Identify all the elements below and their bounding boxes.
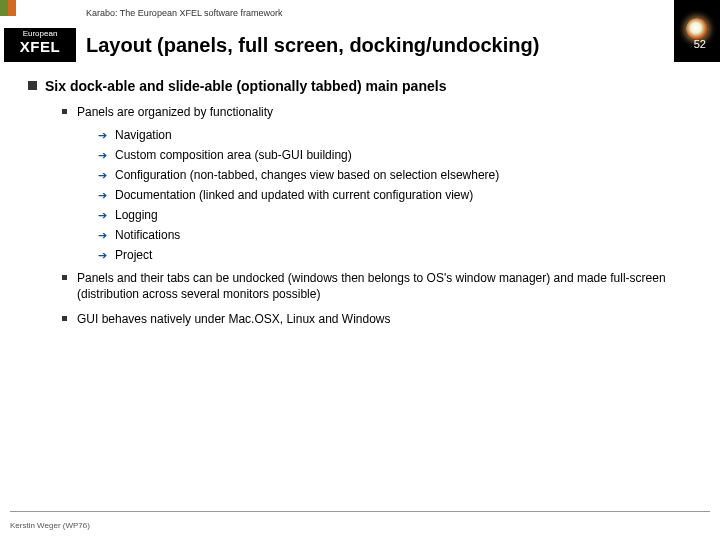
bullet-l3-text: Custom composition area (sub-GUI buildin…	[115, 148, 352, 162]
bullet-l2-text: Panels and their tabs can be undocked (w…	[77, 270, 692, 302]
slide-body: Six dock-able and slide-able (optionally…	[28, 78, 692, 500]
bullet-level3: ➔ Notifications	[98, 228, 692, 242]
logo-text: European XFEL	[4, 28, 76, 62]
bullet-level3: ➔ Custom composition area (sub-GUI build…	[98, 148, 692, 162]
bullet-level3: ➔ Navigation	[98, 128, 692, 142]
bullet-level3: ➔ Documentation (linked and updated with…	[98, 188, 692, 202]
arrow-bullet-icon: ➔	[98, 149, 107, 162]
square-bullet-icon	[62, 109, 67, 114]
bullet-l3-text: Notifications	[115, 228, 180, 242]
decorative-orb-icon	[674, 0, 720, 62]
square-bullet-icon	[62, 316, 67, 321]
bullet-level2: Panels and their tabs can be undocked (w…	[62, 270, 692, 302]
square-bullet-icon	[28, 81, 37, 90]
square-bullet-icon	[62, 275, 67, 280]
framework-tag: Karabo: The European XFEL software frame…	[86, 8, 283, 18]
bullet-level1: Six dock-able and slide-able (optionally…	[28, 78, 692, 94]
bullet-level2: Panels are organized by functionality	[62, 104, 692, 120]
bullet-level3: ➔ Project	[98, 248, 692, 262]
bullet-l3-text: Configuration (non-tabbed, changes view …	[115, 168, 499, 182]
slide-title: Layout (panels, full screen, docking/und…	[78, 34, 539, 57]
bullet-l1-text: Six dock-able and slide-able (optionally…	[45, 78, 446, 94]
title-bar: Layout (panels, full screen, docking/und…	[78, 28, 674, 62]
bullet-l2-text: GUI behaves natively under Mac.OSX, Linu…	[77, 311, 391, 327]
footer-divider	[10, 511, 710, 512]
logo-line2: XFEL	[4, 39, 76, 56]
bullet-level3: ➔ Configuration (non-tabbed, changes vie…	[98, 168, 692, 182]
bullet-l3-text: Documentation (linked and updated with c…	[115, 188, 473, 202]
arrow-bullet-icon: ➔	[98, 189, 107, 202]
bullet-level3: ➔ Logging	[98, 208, 692, 222]
footer-author: Kerstin Weger (WP76)	[10, 521, 90, 530]
arrow-bullet-icon: ➔	[98, 249, 107, 262]
arrow-bullet-icon: ➔	[98, 229, 107, 242]
bullet-l3-text: Navigation	[115, 128, 172, 142]
bullet-level2: GUI behaves natively under Mac.OSX, Linu…	[62, 311, 692, 327]
bullet-l2-text: Panels are organized by functionality	[77, 104, 273, 120]
arrow-bullet-icon: ➔	[98, 169, 107, 182]
bullet-l3-text: Project	[115, 248, 152, 262]
arrow-bullet-icon: ➔	[98, 209, 107, 222]
slide: European XFEL Karabo: The European XFEL …	[0, 0, 720, 540]
bullet-l3-text: Logging	[115, 208, 158, 222]
page-number: 52	[694, 38, 706, 50]
brand-logo: European XFEL	[0, 0, 78, 66]
arrow-bullet-icon: ➔	[98, 129, 107, 142]
